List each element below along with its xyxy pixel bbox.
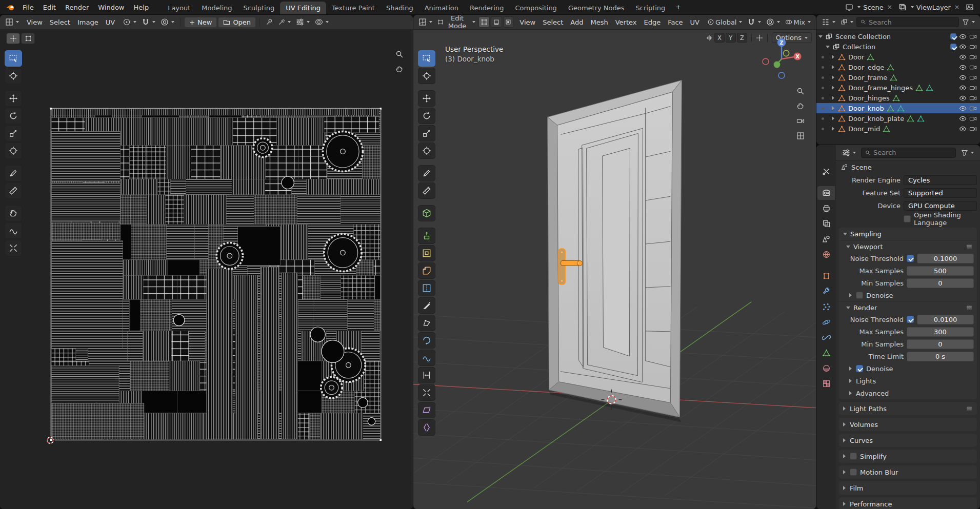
disable-render-icon[interactable] [969,115,977,123]
tab-object[interactable] [817,269,835,283]
workspace-tab[interactable]: Shading [381,2,419,15]
tool-extrude[interactable] [418,228,435,244]
mirror-icon[interactable] [706,34,713,42]
tool-rotate[interactable] [5,108,22,124]
disable-render-icon[interactable] [969,94,977,102]
viewport-noise-threshold-field[interactable]: 0.1000 [917,254,974,263]
render-max-samples-field[interactable]: 300 [907,327,974,337]
tool-cursor[interactable] [418,68,435,84]
render-denoise-row[interactable]: Denoise [839,362,977,375]
Door_frame[interactable]: Door_frame [816,72,980,83]
workspace-tab[interactable]: Texture Paint [326,2,381,15]
tool-relax[interactable] [5,222,22,239]
search-input[interactable] [869,18,955,26]
section-motion-blur[interactable]: Motion Blur [839,465,977,479]
menu-item[interactable]: Add [567,17,587,28]
section-simplify[interactable]: Simplify [839,450,977,463]
scene-selector[interactable]: Scene × [845,3,893,11]
workspace-tab[interactable]: Animation [419,2,464,15]
uv-canvas[interactable] [0,30,413,509]
unlink-scene-button[interactable]: × [886,4,893,11]
tool-add-cube[interactable] [418,205,435,221]
menu-item[interactable]: File [18,2,38,13]
collection-checkbox[interactable] [950,33,956,39]
expand-chevron[interactable] [832,106,836,110]
section-curves[interactable]: Curves [839,434,977,447]
tool-pinch[interactable] [5,240,22,256]
search-input[interactable] [873,149,952,156]
display-mode-button[interactable] [838,17,855,27]
open-image-button[interactable]: Open [218,17,256,28]
select-mode-face[interactable] [503,16,514,28]
presets-menu-icon[interactable] [966,304,973,311]
disable-render-icon[interactable] [969,33,977,40]
viewport-noise-threshold-checkbox[interactable] [907,255,914,262]
filter-button[interactable] [959,148,976,157]
render-min-samples-field[interactable]: 0 [907,339,974,349]
workspace-tab[interactable]: Modeling [196,2,237,15]
tool-annotate[interactable] [5,165,22,181]
workspace-tab[interactable]: UV Editing [280,2,326,15]
blender-logo-icon[interactable] [4,2,16,12]
hide-viewport-icon[interactable] [959,33,967,40]
render-engine-select[interactable]: Cycles [904,175,977,185]
feature-set-select[interactable]: Supported [904,188,977,198]
section-film[interactable]: Film [839,481,977,495]
mode-select[interactable]: Edit Mode [435,15,477,31]
transform-orientation-select[interactable]: Global [705,17,744,27]
hide-viewport-icon[interactable] [959,84,967,92]
Door_mid[interactable]: Door_mid [816,124,980,134]
render-noise-threshold-checkbox[interactable] [907,316,914,323]
ortho-toggle-icon[interactable] [796,132,805,140]
remove-viewlayer-button[interactable]: × [953,4,961,11]
tool-select-box[interactable] [418,50,435,67]
workspace-tab[interactable]: Sculpting [237,2,280,15]
viewlayer-selector[interactable]: ViewLayer × [898,3,961,11]
expand-chevron[interactable] [818,35,823,40]
device-select[interactable]: GPU Compute [904,201,977,211]
expand-chevron[interactable] [832,55,836,59]
tab-output[interactable] [817,201,835,215]
expand-chevron[interactable] [832,116,836,120]
Door_knob[interactable]: Door_knob [816,103,980,113]
filter-button[interactable] [960,17,977,27]
render-result-icon[interactable] [966,3,974,11]
viewport-denoise-checkbox[interactable] [856,292,863,299]
tool-move[interactable] [418,90,435,107]
gizmos-button[interactable] [276,17,293,27]
render-denoise-checkbox[interactable] [856,365,863,372]
snapping-button[interactable] [745,17,763,27]
tab-constraints[interactable] [817,331,835,344]
tab-object-data[interactable] [817,346,835,360]
editor-type-button[interactable] [3,17,21,27]
section-checkbox[interactable] [850,453,857,460]
tool-bevel[interactable] [418,262,435,279]
disable-render-icon[interactable] [969,64,977,71]
presets-menu-icon[interactable] [966,405,973,412]
section-volumes[interactable]: Volumes [839,418,977,431]
Door[interactable]: Door [816,52,980,62]
workspace-tab[interactable]: Geometry Nodes [563,2,630,15]
pin-image-button[interactable] [264,17,275,27]
expand-chevron[interactable] [832,86,836,90]
editor-type-button[interactable] [416,17,434,27]
hide-viewport-icon[interactable] [959,43,967,51]
tool-inset-faces[interactable] [418,245,435,261]
menu-item[interactable]: Mesh [587,17,611,28]
menu-item[interactable]: View [516,17,539,28]
zoom-icon[interactable] [796,87,805,95]
zoom-icon[interactable] [395,50,404,58]
tool-shrink-fatten[interactable] [418,384,435,401]
editor-type-button[interactable] [819,17,837,27]
uv-select-mode-vertex[interactable] [21,33,35,44]
menu-item[interactable]: Face [664,17,686,28]
tool-measure[interactable] [5,182,22,199]
pan-hand-icon[interactable] [395,65,404,73]
select-mode-vertex[interactable] [478,16,490,28]
proportional-editing-button[interactable] [764,17,782,27]
tool-annotate[interactable] [418,165,435,181]
uv-2d-cursor[interactable] [46,436,55,445]
tool-move[interactable] [5,90,22,107]
select-mode-edge[interactable] [491,16,502,28]
tool-rotate[interactable] [418,108,435,124]
